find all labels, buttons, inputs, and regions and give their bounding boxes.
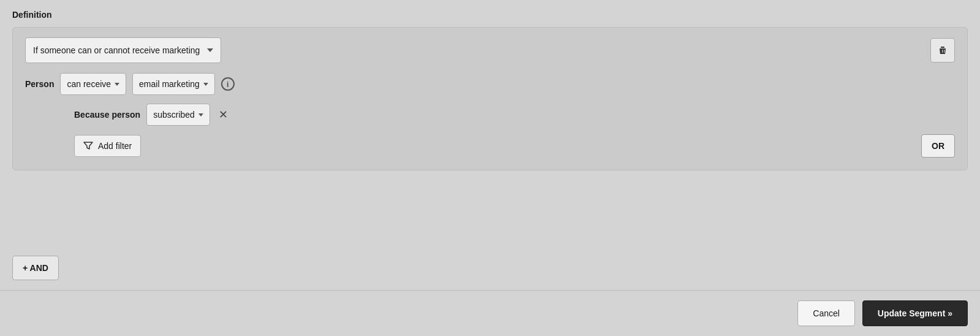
info-icon: i [221, 77, 235, 91]
and-button[interactable]: + AND [12, 256, 59, 280]
page-container: Definition If someone can or cannot rece… [0, 0, 980, 336]
update-segment-button[interactable]: Update Segment » [862, 300, 968, 326]
condition-top-row: If someone can or cannot receive marketi… [25, 37, 955, 63]
can-receive-chevron-icon [115, 83, 119, 86]
because-label: Because person [74, 110, 140, 120]
trash-icon [938, 45, 948, 55]
can-receive-select[interactable]: can receive [60, 73, 126, 95]
condition-type-value: If someone can or cannot receive marketi… [33, 45, 200, 55]
update-segment-label: Update Segment » [878, 308, 952, 318]
update-segment-wrapper: Update Segment » [862, 300, 968, 326]
remove-because-button[interactable]: ✕ [216, 107, 231, 122]
condition-block: If someone can or cannot receive marketi… [12, 27, 968, 170]
subscribed-select[interactable]: subscribed [146, 104, 210, 126]
definition-section: Definition If someone can or cannot rece… [0, 0, 980, 246]
cancel-button[interactable]: Cancel [797, 300, 855, 326]
info-icon-label: i [227, 80, 229, 89]
and-label: + AND [23, 263, 48, 273]
person-row: Person can receive email marketing i [25, 73, 955, 95]
filter-icon [83, 142, 93, 150]
add-filter-label: Add filter [98, 141, 132, 151]
definition-label: Definition [12, 10, 968, 20]
footer-bar: Cancel Update Segment » [0, 290, 980, 336]
because-row: Because person subscribed ✕ [74, 104, 955, 126]
person-label: Person [25, 79, 54, 89]
filter-svg-icon [83, 142, 93, 150]
add-filter-button[interactable]: Add filter [74, 135, 141, 157]
email-marketing-chevron-icon [203, 83, 208, 86]
condition-type-chevron-icon [207, 48, 213, 52]
or-button[interactable]: OR [921, 134, 955, 158]
subscribed-chevron-icon [198, 113, 203, 116]
cancel-label: Cancel [813, 308, 840, 318]
and-section: + AND [0, 246, 980, 290]
can-receive-value: can receive [67, 79, 111, 89]
delete-condition-button[interactable] [930, 38, 955, 63]
subscribed-value: subscribed [153, 110, 195, 120]
email-marketing-value: email marketing [139, 79, 200, 89]
condition-type-select[interactable]: If someone can or cannot receive marketi… [25, 37, 221, 63]
add-filter-row: Add filter OR [74, 134, 955, 158]
email-marketing-select[interactable]: email marketing [132, 73, 215, 95]
or-label: OR [932, 141, 944, 151]
